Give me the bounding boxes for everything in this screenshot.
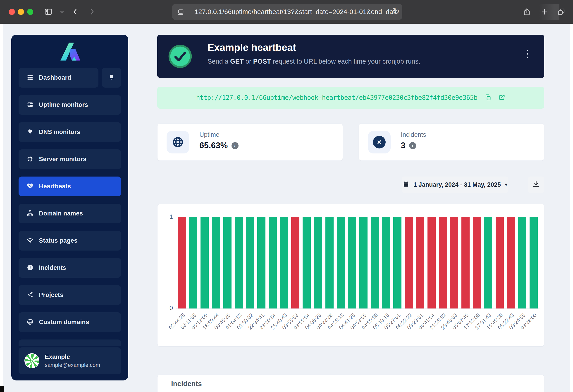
- chart-bar: [200, 217, 209, 308]
- sidebar-item-label: Dashboard: [39, 74, 71, 81]
- window-zoom-button[interactable]: [27, 9, 33, 15]
- sidebar-item-label: Incidents: [39, 264, 66, 271]
- window-edge-left: [0, 24, 3, 392]
- chart-bar: [280, 217, 288, 308]
- chart-bar: [507, 217, 515, 308]
- y-tick-max: 1: [158, 214, 173, 220]
- external-link-icon[interactable]: [498, 94, 505, 102]
- plug-icon: [27, 128, 34, 136]
- kebab-menu-icon[interactable]: ⋮: [522, 49, 533, 59]
- globe-icon: [167, 131, 189, 153]
- incidents-label: Incidents: [401, 131, 426, 138]
- download-icon: [532, 180, 540, 189]
- browser-toolbar: 127.0.0.1/66uptime/heartbeat/13?&start_d…: [0, 0, 573, 24]
- chart-bar: [178, 217, 186, 308]
- heart-pulse-icon: [27, 183, 34, 190]
- tab-overview-icon[interactable]: [555, 5, 568, 18]
- chart-bar: [530, 217, 538, 308]
- gear-icon: [27, 156, 34, 163]
- globe-icon: [27, 319, 34, 326]
- sidebar-item-label: Projects: [39, 291, 63, 299]
- wifi-icon: [27, 237, 34, 245]
- chart-bars: [176, 217, 539, 308]
- window-edge-right: [570, 24, 573, 392]
- sidebar-item-partial[interactable]: [18, 339, 121, 346]
- caret-down-icon: ▾: [505, 182, 507, 188]
- download-button[interactable]: [528, 177, 544, 193]
- chart-bar: [371, 217, 379, 308]
- copy-icon[interactable]: [484, 94, 492, 102]
- sidebar-item-incidents[interactable]: Incidents: [18, 258, 121, 278]
- website-icon: [177, 8, 185, 16]
- sidebar-item-dashboard[interactable]: Dashboard: [18, 68, 98, 88]
- page-title: Example heartbeat: [208, 42, 296, 53]
- sidebar-item-dns-monitors[interactable]: DNS monitors: [18, 122, 121, 142]
- sidebar-item-domain-names[interactable]: Domain names: [18, 204, 121, 223]
- uptime-stat-card: Uptime 65.63% i: [157, 123, 343, 161]
- chart-bar: [461, 217, 470, 308]
- server-icon: [27, 101, 34, 109]
- chart-bar: [428, 217, 436, 308]
- forward-button[interactable]: [86, 5, 98, 18]
- chart-bar: [246, 217, 254, 308]
- incidents-stat-card: Incidents 3 i: [359, 123, 544, 161]
- screen-artifact: [0, 386, 4, 392]
- chart-bar: [223, 217, 232, 308]
- calendar-icon: [403, 181, 409, 189]
- incidents-tile: [368, 131, 391, 153]
- sidebar-item-custom-domains[interactable]: Custom domains: [18, 312, 121, 332]
- chart-bar: [303, 217, 311, 308]
- info-icon[interactable]: i: [232, 142, 238, 149]
- x-circle-icon: [373, 136, 386, 148]
- window-minimize-button[interactable]: [18, 9, 24, 15]
- webhook-url-bar: http://127.0.0.1/66uptime/webhook-heartb…: [157, 87, 544, 109]
- incidents-section-card: Incidents: [157, 374, 544, 392]
- y-tick-min: 0: [158, 305, 173, 312]
- chart-bar: [269, 217, 277, 308]
- alert-icon: [27, 264, 34, 272]
- bell-icon: [108, 74, 115, 82]
- address-bar[interactable]: 127.0.0.1/66uptime/heartbeat/13?&start_d…: [172, 4, 402, 20]
- window-close-button[interactable]: [9, 9, 15, 15]
- incidents-section-heading: Incidents: [171, 380, 202, 388]
- url-text: 127.0.0.1/66uptime/heartbeat/13?&start_d…: [195, 8, 397, 16]
- reload-icon[interactable]: ↻: [390, 5, 402, 18]
- uptime-label: Uptime: [199, 131, 219, 138]
- share-nodes-icon: [27, 291, 34, 299]
- chart-bar: [337, 217, 345, 308]
- chart-bar: [257, 217, 266, 308]
- profile-card[interactable]: Example sample@example.com: [18, 347, 121, 374]
- chevron-down-icon[interactable]: [56, 5, 68, 18]
- profile-email: sample@example.com: [45, 362, 100, 368]
- share-icon[interactable]: [520, 5, 533, 18]
- chart-bar: [325, 217, 334, 308]
- back-button[interactable]: [69, 5, 82, 18]
- chart-bar: [393, 217, 401, 308]
- chart-bar: [484, 217, 492, 308]
- chart-bar: [212, 217, 220, 308]
- chart-bar: [405, 217, 413, 308]
- chart-bar: [473, 217, 481, 308]
- webhook-url-link[interactable]: http://127.0.0.1/66uptime/webhook-heartb…: [196, 94, 477, 101]
- incidents-value: 3: [401, 141, 406, 150]
- sidebar-item-uptime-monitors[interactable]: Uptime monitors: [18, 95, 121, 115]
- sidebar-item-server-monitors[interactable]: Server monitors: [18, 149, 121, 169]
- chart-bar: [359, 217, 368, 308]
- notifications-button[interactable]: [102, 68, 121, 88]
- sidebar-item-heartbeats[interactable]: Heartbeats: [18, 177, 121, 196]
- info-icon[interactable]: i: [409, 142, 416, 149]
- chart-bar: [382, 217, 390, 308]
- new-tab-icon[interactable]: +: [538, 5, 551, 18]
- sidebar-item-status-pages[interactable]: Status pages: [18, 231, 121, 250]
- sidebar-toggle-icon[interactable]: [42, 5, 55, 18]
- sidebar-item-projects[interactable]: Projects: [18, 285, 121, 305]
- sidebar: DashboardUptime monitorsDNS monitorsServ…: [11, 35, 128, 380]
- profile-name: Example: [45, 354, 100, 360]
- chart-bar: [348, 217, 356, 308]
- date-range-picker[interactable]: 1 January, 2024 - 31 May, 2025 ▾: [402, 177, 508, 193]
- uptime-chart-card: 1 0 02:44:2503:11:0505:13:0918:59:4400:4…: [157, 204, 544, 346]
- page-subtitle: Send a GET or POST request to URL below …: [208, 58, 420, 65]
- sidebar-item-label: DNS monitors: [39, 128, 80, 136]
- sidebar-item-label: Heartbeats: [39, 183, 71, 190]
- chart-plot-area: [176, 217, 539, 309]
